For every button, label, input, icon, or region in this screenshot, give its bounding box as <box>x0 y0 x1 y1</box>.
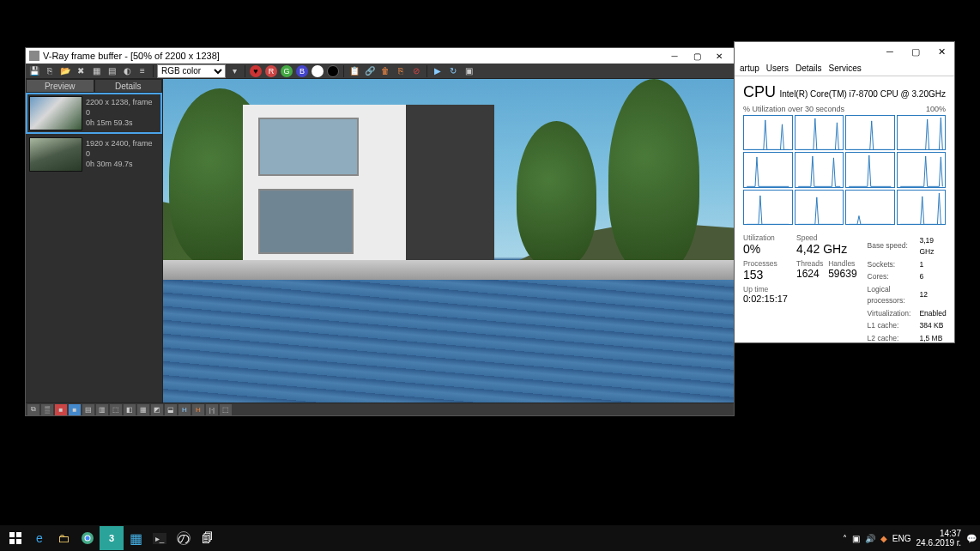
delete-icon[interactable]: ✖ <box>74 64 88 78</box>
minimize-button[interactable]: ─ <box>877 42 903 61</box>
history-sidebar: Preview Details 2200 x 1238, frame 0 0h … <box>26 79 163 403</box>
system-tray: ˄ ▣ 🔊 ◆ ENG 14:37 24.6.2019 г. 💬 <box>843 529 977 548</box>
file-explorer-icon[interactable]: 🗀 <box>51 526 76 550</box>
history-item[interactable]: 2200 x 1238, frame 0 0h 15m 59.3s <box>26 93 162 134</box>
status-tool-icon[interactable]: ▒ <box>41 404 53 415</box>
mono-icon[interactable]: ◐ <box>120 64 134 78</box>
menu-icon[interactable]: ≡ <box>136 64 149 78</box>
rendered-image <box>163 79 734 403</box>
status-tool-icon[interactable]: |·| <box>206 404 218 415</box>
clipboard-icon[interactable]: 📋 <box>348 64 361 78</box>
app-circle-icon[interactable]: の <box>172 526 196 550</box>
save-icon[interactable]: 💾 <box>27 64 41 78</box>
window-controls: ─ ▢ ✕ <box>735 42 954 61</box>
open-icon[interactable]: 📂 <box>58 64 72 78</box>
stop-icon[interactable]: ⊘ <box>409 64 423 78</box>
status-tool-icon[interactable]: ◧ <box>124 404 136 415</box>
tab-strip: artup Users Details Services <box>735 61 954 76</box>
history-item[interactable]: 1920 x 2400, frame 0 0h 30m 49.7s <box>26 134 162 175</box>
tab-details[interactable]: Details <box>94 79 163 93</box>
close-button[interactable]: ✕ <box>708 49 730 63</box>
status-tool-icon[interactable]: H <box>178 404 191 415</box>
uptime-label: Up time <box>743 285 788 294</box>
channel-mono-button[interactable] <box>327 65 339 77</box>
clear-icon[interactable]: 🗑 <box>378 64 392 78</box>
tab-details[interactable]: Details <box>795 64 822 73</box>
thumb-time: 0h 30m 49.7s <box>86 160 159 170</box>
lock-icon[interactable]: ▣ <box>462 64 475 78</box>
status-tool-icon[interactable]: H <box>192 404 204 415</box>
render-viewport[interactable] <box>163 79 734 403</box>
threads-value: 1624 <box>796 268 823 280</box>
section-title: CPU <box>743 83 776 101</box>
status-tool-icon[interactable]: ▦ <box>137 404 149 415</box>
channel-b-button[interactable]: B <box>296 65 308 77</box>
svg-rect-0 <box>9 532 15 537</box>
thumb-time: 0h 15m 59.3s <box>86 118 159 129</box>
status-tool-icon[interactable]: ■ <box>55 404 67 415</box>
duplicate-icon[interactable]: ⎘ <box>394 64 408 78</box>
status-tool-icon[interactable]: ⧉ <box>27 404 39 415</box>
3dsmax-icon[interactable]: 3 <box>100 526 124 550</box>
channel-alpha-button[interactable] <box>312 65 324 77</box>
pixel-icon[interactable]: ▤ <box>105 64 118 78</box>
clock-date: 24.6.2019 г. <box>916 538 961 548</box>
thumb-dims: 1920 x 2400, frame 0 <box>86 139 159 159</box>
status-tool-icon[interactable]: ▥ <box>96 404 108 415</box>
tab-users[interactable]: Users <box>766 64 789 73</box>
render-channel-select[interactable]: RGB color <box>157 64 226 78</box>
channel-r-button[interactable]: R <box>265 65 277 77</box>
status-tool-icon[interactable]: ⬓ <box>165 404 177 415</box>
performance-panel: CPU Intel(R) Core(TM) i7-8700 CPU @ 3.20… <box>735 76 954 342</box>
processes-value: 153 <box>743 268 788 282</box>
maximize-button[interactable]: ▢ <box>903 42 929 61</box>
handles-value: 59639 <box>828 268 856 280</box>
edge-icon[interactable]: e <box>27 526 51 550</box>
channel-g-button[interactable]: G <box>281 65 293 77</box>
processes-label: Processes <box>743 259 788 268</box>
thumbnail-image <box>29 96 82 130</box>
render-icon[interactable]: ↻ <box>446 64 460 78</box>
clock[interactable]: 14:37 24.6.2019 г. <box>916 529 961 548</box>
tray-chevron-icon[interactable]: ˄ <box>843 534 847 543</box>
dropdown-icon[interactable]: ▾ <box>227 64 241 78</box>
thumb-dims: 2200 x 1238, frame 0 <box>86 98 159 118</box>
status-tool-icon[interactable]: ■ <box>69 404 81 415</box>
start-button[interactable] <box>3 526 27 550</box>
tray-volume-icon[interactable]: 🔊 <box>865 534 875 543</box>
tab-preview[interactable]: Preview <box>26 79 94 93</box>
maximize-button[interactable]: ▢ <box>686 49 708 63</box>
clock-time: 14:37 <box>916 529 961 539</box>
save-all-icon[interactable]: ⎘ <box>43 64 57 78</box>
toolbar: 💾 ⎘ 📂 ✖ ▦ ▤ ◐ ≡ RGB color ▾ ♥ R G B 📋 🔗 … <box>26 64 734 79</box>
status-tool-icon[interactable]: ⬚ <box>110 404 122 415</box>
render-last-icon[interactable]: ▶ <box>431 64 445 78</box>
utilization-label: Utilization <box>743 233 788 242</box>
notifications-icon[interactable]: 💬 <box>966 534 977 543</box>
tray-network-icon[interactable]: ▣ <box>852 534 860 543</box>
app-icon[interactable]: ▦ <box>124 526 148 550</box>
speed-value: 4,42 GHz <box>796 242 857 256</box>
svg-point-6 <box>86 536 90 541</box>
status-tool-icon[interactable]: ⬚ <box>220 404 232 415</box>
app-icon <box>29 51 39 61</box>
uptime-value: 0:02:15:17 <box>743 294 788 304</box>
chrome-icon[interactable] <box>76 526 100 550</box>
link-icon[interactable]: 🔗 <box>363 64 377 78</box>
cpu-model: Intel(R) Core(TM) i7-8700 CPU @ 3.20GHz <box>779 89 946 99</box>
status-tool-icon[interactable]: ◩ <box>151 404 163 415</box>
close-button[interactable]: ✕ <box>929 42 954 61</box>
task-manager-window: ─ ▢ ✕ artup Users Details Services CPU I… <box>734 41 955 343</box>
region-icon[interactable]: ▦ <box>89 64 103 78</box>
heart-icon[interactable]: ♥ <box>250 65 262 77</box>
title-bar[interactable]: V-Ray frame buffer - [50% of 2200 x 1238… <box>26 48 734 64</box>
terminal-icon[interactable]: ▸_ <box>148 526 172 550</box>
tab-startup[interactable]: artup <box>740 64 759 73</box>
status-tool-icon[interactable]: ▤ <box>82 404 94 415</box>
tab-services[interactable]: Services <box>829 64 862 73</box>
cpu-core-graphs[interactable] <box>743 115 946 225</box>
minimize-button[interactable]: ─ <box>663 49 686 63</box>
language-indicator[interactable]: ENG <box>892 534 911 543</box>
tray-app-icon[interactable]: ◆ <box>880 534 887 543</box>
app-icon[interactable]: 🗐 <box>196 526 220 550</box>
